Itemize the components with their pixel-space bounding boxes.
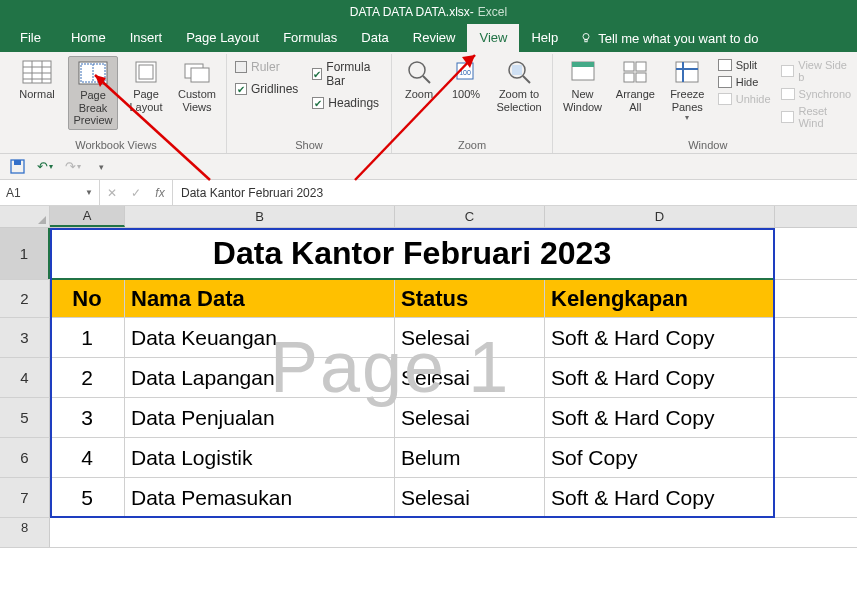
cell-r4-nama[interactable]: Data Logistik <box>125 438 395 477</box>
cell-r1-nama[interactable]: Data Keuangan <box>125 318 395 357</box>
zoom-100-button[interactable]: 100 100% <box>446 56 486 103</box>
row-3: 3 1 Data Keuangan Selesai Soft & Hard Co… <box>0 318 857 358</box>
zoom-button[interactable]: Zoom <box>398 56 440 103</box>
tab-view[interactable]: View <box>467 24 519 52</box>
unhide-icon <box>718 93 732 105</box>
cell-r4-kel[interactable]: Sof Copy <box>545 438 775 477</box>
name-box-dropdown-icon[interactable]: ▼ <box>85 188 93 197</box>
cell-hdr-kel[interactable]: Kelengkapan <box>545 280 775 317</box>
cell-r1-kel[interactable]: Soft & Hard Copy <box>545 318 775 357</box>
row-header-6[interactable]: 6 <box>0 438 50 477</box>
hide-button[interactable]: Hide <box>716 75 773 89</box>
cell-r2-nama[interactable]: Data Lapangan <box>125 358 395 397</box>
gridlines-checkbox[interactable]: ✔Gridlines <box>235 82 298 96</box>
save-icon <box>10 159 25 174</box>
save-button[interactable] <box>8 158 26 176</box>
cell-r3-status[interactable]: Selesai <box>395 398 545 437</box>
tab-home[interactable]: Home <box>59 24 118 52</box>
freeze-icon <box>671 58 703 86</box>
group-label-show: Show <box>233 137 385 153</box>
row-header-7[interactable]: 7 <box>0 478 50 517</box>
row-4: 4 2 Data Lapangan Selesai Soft & Hard Co… <box>0 358 857 398</box>
col-header-d[interactable]: D <box>545 206 775 227</box>
name-box[interactable]: A1 ▼ <box>0 180 100 205</box>
group-show: Ruler ✔Gridlines ✔Formula Bar ✔Headings … <box>227 54 392 153</box>
row-header-2[interactable]: 2 <box>0 280 50 317</box>
row-header-4[interactable]: 4 <box>0 358 50 397</box>
cell-r4-no[interactable]: 4 <box>50 438 125 477</box>
formula-input[interactable]: Data Kantor Februari 2023 <box>173 180 857 205</box>
cell-r5-kel[interactable]: Soft & Hard Copy <box>545 478 775 517</box>
cell-hdr-status[interactable]: Status <box>395 280 545 317</box>
arrange-icon <box>619 58 651 86</box>
svg-rect-2 <box>23 61 51 83</box>
ruler-checkbox: Ruler <box>235 60 298 74</box>
ribbon: Normal Page Break Preview Page Layout Cu… <box>0 52 857 154</box>
qat-customize[interactable]: ▾ <box>92 158 110 176</box>
tab-formulas[interactable]: Formulas <box>271 24 349 52</box>
custom-views-button[interactable]: Custom Views <box>174 56 220 115</box>
normal-icon <box>21 58 53 86</box>
custom-views-icon <box>181 58 213 86</box>
select-all-corner[interactable] <box>0 206 50 227</box>
cell-hdr-no[interactable]: No <box>50 280 125 317</box>
title-bar: DATA DATA DATA.xlsx - Excel <box>0 0 857 24</box>
col-header-b[interactable]: B <box>125 206 395 227</box>
cell-r3-no[interactable]: 3 <box>50 398 125 437</box>
row-5: 5 3 Data Penjualan Selesai Soft & Hard C… <box>0 398 857 438</box>
tab-page-layout[interactable]: Page Layout <box>174 24 271 52</box>
freeze-panes-button[interactable]: Freeze Panes ▾ <box>665 56 710 124</box>
formula-bar-checkbox[interactable]: ✔Formula Bar <box>312 60 379 88</box>
undo-button[interactable]: ↶▾ <box>36 158 54 176</box>
tab-help[interactable]: Help <box>519 24 570 52</box>
page-break-preview-button[interactable]: Page Break Preview <box>68 56 118 130</box>
cell-r5-nama[interactable]: Data Pemasukan <box>125 478 395 517</box>
view-side-button: View Side b <box>779 58 857 84</box>
col-header-a[interactable]: A <box>50 206 125 227</box>
new-window-button[interactable]: New Window <box>559 56 606 115</box>
split-button[interactable]: Split <box>716 58 773 72</box>
zoom-100-icon: 100 <box>450 58 482 86</box>
cell-r2-kel[interactable]: Soft & Hard Copy <box>545 358 775 397</box>
tab-review[interactable]: Review <box>401 24 468 52</box>
svg-rect-28 <box>676 62 698 82</box>
page-layout-icon <box>130 58 162 86</box>
tab-data[interactable]: Data <box>349 24 400 52</box>
group-window: New Window Arrange All Freeze Panes ▾ Sp… <box>553 54 857 153</box>
svg-text:100: 100 <box>459 69 471 76</box>
cell-r3-kel[interactable]: Soft & Hard Copy <box>545 398 775 437</box>
tell-me[interactable]: Tell me what you want to do <box>570 24 768 52</box>
zoom-selection-button[interactable]: Zoom to Selection <box>492 56 546 115</box>
page-layout-label: Page Layout <box>129 88 162 113</box>
page-break-label: Page Break Preview <box>70 89 116 127</box>
arrange-all-button[interactable]: Arrange All <box>612 56 659 115</box>
cell-r1-status[interactable]: Selesai <box>395 318 545 357</box>
cell-r3-nama[interactable]: Data Penjualan <box>125 398 395 437</box>
svg-point-15 <box>409 62 425 78</box>
row-header-5[interactable]: 5 <box>0 398 50 437</box>
tab-file[interactable]: File <box>6 24 59 52</box>
normal-view-button[interactable]: Normal <box>12 56 62 103</box>
file-name: DATA DATA DATA.xlsx <box>350 5 470 19</box>
headings-checkbox[interactable]: ✔Headings <box>312 96 379 110</box>
page-layout-button[interactable]: Page Layout <box>124 56 168 115</box>
cell-title[interactable]: Data Kantor Februari 2023 <box>50 228 775 279</box>
cell-r1-no[interactable]: 1 <box>50 318 125 357</box>
col-header-c[interactable]: C <box>395 206 545 227</box>
cell-r5-no[interactable]: 5 <box>50 478 125 517</box>
fx-icon[interactable]: fx <box>148 186 172 200</box>
cell-r5-status[interactable]: Selesai <box>395 478 545 517</box>
svg-line-20 <box>523 76 530 83</box>
row-header-8[interactable]: 8 <box>0 518 50 547</box>
spreadsheet-grid[interactable]: A B C D 1 Data Kantor Februari 2023 2 No… <box>0 206 857 548</box>
row-header-1[interactable]: 1 <box>0 228 50 279</box>
cell-hdr-nama[interactable]: Nama Data <box>125 280 395 317</box>
cell-r2-no[interactable]: 2 <box>50 358 125 397</box>
zoom-selection-icon <box>503 58 535 86</box>
cell-r4-status[interactable]: Belum <box>395 438 545 477</box>
zoom-icon <box>403 58 435 86</box>
row-header-3[interactable]: 3 <box>0 318 50 357</box>
cell-r2-status[interactable]: Selesai <box>395 358 545 397</box>
cell-empty[interactable] <box>50 518 775 547</box>
tab-insert[interactable]: Insert <box>118 24 175 52</box>
